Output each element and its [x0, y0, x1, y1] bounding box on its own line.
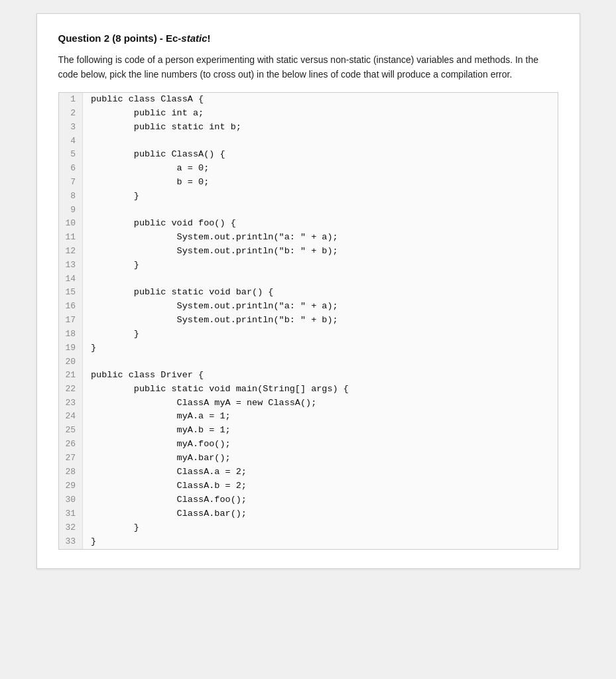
line-code: ClassA.a = 2; [83, 465, 558, 479]
line-number: 10 [59, 217, 83, 231]
line-code: myA.a = 1; [83, 410, 558, 424]
table-row: 32 } [59, 521, 558, 535]
line-code [83, 355, 558, 369]
table-row: 26 myA.foo(); [59, 438, 558, 452]
table-row: 14 [59, 273, 558, 286]
table-row: 8 } [59, 190, 558, 204]
line-number: 13 [59, 259, 83, 273]
line-code: public class ClassA { [83, 93, 558, 107]
table-row: 12 System.out.println("b: " + b); [59, 245, 558, 259]
table-row: 22 public static void main(String[] args… [59, 383, 558, 397]
line-number: 4 [59, 135, 83, 148]
line-code: public static void main(String[] args) { [83, 383, 558, 397]
line-number: 25 [59, 424, 83, 438]
line-code: } [83, 328, 558, 341]
title-suffix: ! [208, 32, 211, 44]
line-number: 16 [59, 300, 83, 314]
line-code: public static int b; [83, 121, 558, 135]
line-number: 15 [59, 286, 83, 300]
table-row: 21public class Driver { [59, 369, 558, 383]
title-text: Question 2 (8 points) - Ec- [58, 32, 182, 44]
line-code: ClassA.b = 2; [83, 479, 558, 493]
line-code: myA.foo(); [83, 438, 558, 452]
question-description: The following is code of a person experi… [58, 53, 558, 82]
line-number: 20 [59, 355, 83, 369]
question-card: Question 2 (8 points) - Ec-static! The f… [36, 13, 580, 569]
table-row: 30 ClassA.foo(); [59, 493, 558, 507]
line-number: 28 [59, 465, 83, 479]
line-code: } [83, 535, 558, 549]
line-code: public ClassA() { [83, 148, 558, 162]
table-row: 3 public static int b; [59, 121, 558, 135]
title-italic: static [181, 32, 207, 44]
line-number: 14 [59, 273, 83, 286]
line-code: public void foo() { [83, 217, 558, 231]
table-row: 10 public void foo() { [59, 217, 558, 231]
table-row: 19} [59, 341, 558, 355]
line-number: 5 [59, 148, 83, 162]
table-row: 33} [59, 535, 558, 549]
line-number: 31 [59, 507, 83, 521]
line-code: public int a; [83, 107, 558, 121]
line-code: System.out.println("a: " + a); [83, 300, 558, 314]
table-row: 27 myA.bar(); [59, 452, 558, 465]
table-row: 25 myA.b = 1; [59, 424, 558, 438]
question-title: Question 2 (8 points) - Ec-static! [58, 32, 558, 44]
line-number: 29 [59, 479, 83, 493]
table-row: 29 ClassA.b = 2; [59, 479, 558, 493]
line-number: 23 [59, 397, 83, 410]
line-code: public class Driver { [83, 369, 558, 383]
line-number: 19 [59, 341, 83, 355]
table-row: 2 public int a; [59, 107, 558, 121]
line-number: 26 [59, 438, 83, 452]
line-code: myA.bar(); [83, 452, 558, 465]
line-code [83, 135, 558, 148]
table-row: 9 [59, 204, 558, 217]
line-code: } [83, 259, 558, 273]
line-code: a = 0; [83, 162, 558, 176]
line-code: ClassA.bar(); [83, 507, 558, 521]
line-number: 32 [59, 521, 83, 535]
table-row: 17 System.out.println("b: " + b); [59, 314, 558, 328]
table-row: 7 b = 0; [59, 176, 558, 190]
line-number: 9 [59, 204, 83, 217]
line-code: } [83, 341, 558, 355]
table-row: 28 ClassA.a = 2; [59, 465, 558, 479]
line-code: System.out.println("b: " + b); [83, 314, 558, 328]
line-number: 30 [59, 493, 83, 507]
table-row: 15 public static void bar() { [59, 286, 558, 300]
table-row: 20 [59, 355, 558, 369]
table-row: 11 System.out.println("a: " + a); [59, 231, 558, 245]
line-code: public static void bar() { [83, 286, 558, 300]
code-block: 1public class ClassA {2 public int a;3 p… [58, 92, 558, 549]
line-number: 27 [59, 452, 83, 465]
line-number: 12 [59, 245, 83, 259]
line-code: b = 0; [83, 176, 558, 190]
code-table: 1public class ClassA {2 public int a;3 p… [59, 93, 558, 548]
table-row: 23 ClassA myA = new ClassA(); [59, 397, 558, 410]
table-row: 13 } [59, 259, 558, 273]
line-code: myA.b = 1; [83, 424, 558, 438]
line-number: 11 [59, 231, 83, 245]
line-code [83, 204, 558, 217]
line-number: 24 [59, 410, 83, 424]
line-code: ClassA.foo(); [83, 493, 558, 507]
line-code: } [83, 190, 558, 204]
line-number: 3 [59, 121, 83, 135]
line-code: ClassA myA = new ClassA(); [83, 397, 558, 410]
line-number: 18 [59, 328, 83, 341]
line-number: 33 [59, 535, 83, 549]
line-number: 22 [59, 383, 83, 397]
line-code: System.out.println("b: " + b); [83, 245, 558, 259]
table-row: 1public class ClassA { [59, 93, 558, 107]
line-number: 7 [59, 176, 83, 190]
line-number: 21 [59, 369, 83, 383]
table-row: 24 myA.a = 1; [59, 410, 558, 424]
line-number: 8 [59, 190, 83, 204]
table-row: 16 System.out.println("a: " + a); [59, 300, 558, 314]
table-row: 4 [59, 135, 558, 148]
line-code [83, 273, 558, 286]
line-code: } [83, 521, 558, 535]
table-row: 31 ClassA.bar(); [59, 507, 558, 521]
line-number: 1 [59, 93, 83, 107]
